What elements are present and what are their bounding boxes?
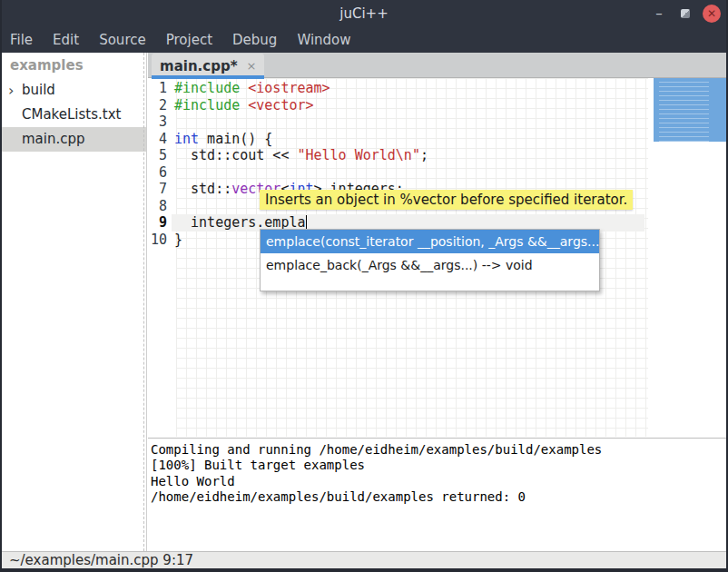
code-text: int main() { — [172, 131, 644, 148]
line-number: 1 — [148, 80, 172, 97]
menu-bar: FileEditSourceProjectDebugWindow — [0, 27, 728, 53]
minimap-visible-region[interactable] — [654, 78, 726, 142]
line-number: 7 — [148, 181, 172, 198]
code-text: #include <vector> — [172, 97, 644, 114]
code-token: } — [174, 232, 182, 248]
menu-item-project[interactable]: Project — [156, 27, 222, 53]
code-token: "Hello World\n" — [297, 147, 419, 163]
line-number: 2 — [148, 97, 172, 114]
doc-tooltip-text: Inserts an object in %vector before spec… — [265, 192, 627, 208]
code-line-4[interactable]: 4int main() { — [148, 131, 644, 148]
editor-pane: main.cpp* × 1#include <iostream>2#includ… — [148, 53, 726, 551]
file-tree-sidebar: examples ›buildCMakeLists.txtmain.cpp — [2, 53, 147, 551]
line-number: 9 — [148, 214, 172, 232]
code-token: int — [174, 131, 199, 147]
menu-item-file[interactable]: File — [0, 27, 43, 53]
menu-item-window[interactable]: Window — [287, 27, 360, 53]
code-text — [172, 164, 644, 182]
code-token: ; — [420, 147, 428, 163]
code-line-5[interactable]: 5 std::cout << "Hello World\n"; — [148, 147, 644, 164]
status-bar: ~/examples/main.cpp 9:17 — [2, 551, 726, 568]
menu-item-source[interactable]: Source — [89, 27, 156, 53]
code-token: std:: — [174, 181, 231, 197]
line-number: 4 — [148, 131, 172, 148]
code-line-1[interactable]: 1#include <iostream> — [148, 80, 644, 97]
console-line-3: /home/eidheim/examples/build/examples re… — [151, 489, 726, 505]
autocomplete-popup: emplace(const_iterator __position, _Args… — [260, 229, 600, 291]
project-name-header: examples — [2, 53, 146, 78]
close-icon: ✕ — [707, 7, 716, 20]
menu-item-edit[interactable]: Edit — [43, 27, 89, 53]
code-token — [240, 97, 248, 113]
build-output-console: Compiling and running /home/eidheim/exam… — [148, 438, 726, 551]
code-editor[interactable]: 1#include <iostream>2#include <vector>34… — [148, 78, 726, 437]
code-token: #include — [174, 80, 240, 96]
line-number: 5 — [148, 147, 172, 164]
active-tab-indicator — [152, 75, 264, 79]
app-window: juCi++ – ✕ FileEditSourceProjectDebugWin… — [0, 0, 728, 572]
menu-item-debug[interactable]: Debug — [222, 27, 287, 53]
code-text — [172, 113, 644, 131]
tree-item-label: CMakeLists.txt — [22, 103, 121, 127]
completion-item-0[interactable]: emplace(const_iterator __position, _Args… — [261, 230, 599, 253]
minimap[interactable] — [648, 78, 726, 437]
line-number: 8 — [148, 198, 172, 215]
line-number: 3 — [148, 113, 172, 131]
console-line-2: Hello World — [151, 474, 726, 489]
tree-item-cmakelists-txt[interactable]: CMakeLists.txt — [2, 103, 146, 127]
code-lines: 1#include <iostream>2#include <vector>34… — [148, 80, 644, 248]
code-text: #include <iostream> — [172, 80, 644, 97]
window-border-left — [0, 0, 2, 572]
code-line-3[interactable]: 3 — [148, 113, 644, 131]
status-file-and-position: ~/examples/main.cpp 9:17 — [9, 552, 193, 568]
code-line-6[interactable]: 6 — [148, 164, 644, 182]
code-token: main() { — [199, 131, 272, 147]
doc-tooltip: Inserts an object in %vector before spec… — [260, 190, 633, 210]
file-tree: ›buildCMakeLists.txtmain.cpp — [2, 78, 146, 152]
code-token: std::cout << — [174, 147, 297, 163]
console-line-0: Compiling and running /home/eidheim/exam… — [151, 442, 726, 458]
restore-icon[interactable] — [681, 9, 690, 18]
line-number: 10 — [148, 232, 172, 249]
text-cursor — [306, 215, 307, 229]
code-token: <vector> — [248, 97, 313, 113]
code-text: std::cout << "Hello World\n"; — [172, 147, 644, 164]
code-token — [240, 80, 248, 96]
code-token: #include — [174, 97, 240, 113]
console-line-1: [100%] Built target examples — [151, 458, 726, 473]
tab-bar: main.cpp* × — [148, 53, 726, 78]
window-controls: – ✕ — [650, 0, 721, 27]
line-number: 6 — [148, 164, 172, 182]
tab-label: main.cpp* — [160, 58, 237, 74]
completion-item-1[interactable]: emplace_back(_Args &&__args...) --> void — [261, 253, 599, 277]
close-button[interactable]: ✕ — [703, 5, 721, 23]
pane-divider-handle[interactable] — [143, 53, 144, 551]
code-line-2[interactable]: 2#include <vector> — [148, 97, 644, 114]
code-token: <iostream> — [248, 80, 330, 96]
chevron-expand-icon[interactable]: › — [8, 78, 14, 103]
window-border-bottom — [0, 568, 728, 572]
tree-item-label: build — [22, 78, 55, 103]
title-bar[interactable]: juCi++ – ✕ — [0, 0, 728, 27]
window-title: juCi++ — [339, 5, 388, 22]
tab-main-cpp[interactable]: main.cpp* × — [152, 54, 264, 78]
minimize-button[interactable]: – — [650, 5, 668, 22]
tree-item-main-cpp[interactable]: main.cpp — [2, 127, 146, 152]
tab-close-icon[interactable]: × — [246, 59, 256, 73]
tree-item-label: main.cpp — [22, 127, 85, 152]
tree-item-build[interactable]: ›build — [2, 78, 146, 103]
